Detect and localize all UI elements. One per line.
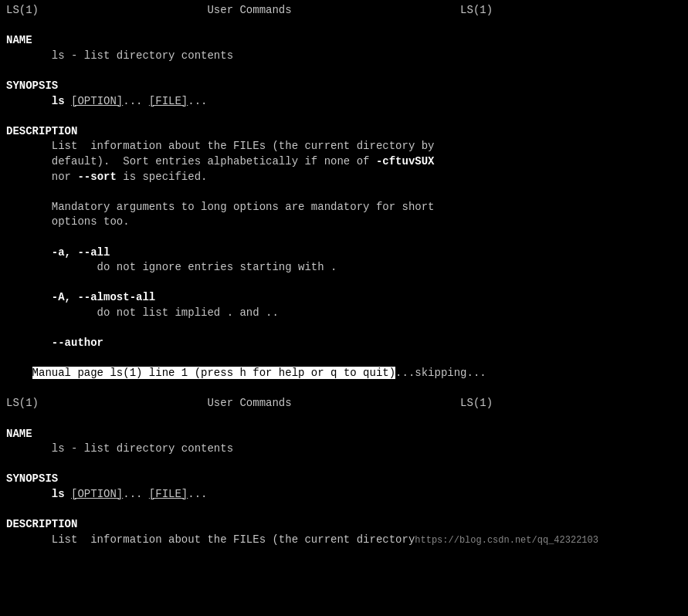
man-page-header-1: LS(1) User Commands LS(1) bbox=[6, 3, 682, 19]
option-a-desc: do not ignore entries starting with . bbox=[6, 260, 682, 276]
desc-line-1: List information about the FILEs (the cu… bbox=[6, 139, 682, 154]
blank-line-9 bbox=[6, 457, 682, 472]
option-A-desc: do not list implied . and .. bbox=[6, 306, 682, 321]
man-page-header-2: LS(1) User Commands LS(1) bbox=[6, 396, 682, 411]
blank-line-4 bbox=[6, 184, 682, 200]
desc-line-3: nor --sort is specified. bbox=[6, 170, 682, 185]
synopsis-content: ls [OPTION]... [FILE]... bbox=[6, 94, 682, 110]
option-author: --author bbox=[6, 336, 682, 351]
option-a: -a, --all bbox=[6, 245, 682, 261]
synopsis-content-2: ls [OPTION]... [FILE]... bbox=[6, 487, 682, 503]
blank-line bbox=[6, 19, 682, 34]
synopsis-section-header: SYNOPSIS bbox=[6, 79, 682, 94]
blank-line-3 bbox=[6, 109, 682, 124]
blank-line-7 bbox=[6, 320, 682, 336]
synopsis-section-header-2: SYNOPSIS bbox=[6, 472, 682, 487]
status-suffix: ...skipping... bbox=[395, 367, 486, 379]
desc2-line-1: List information about the FILEs (the cu… bbox=[6, 533, 682, 548]
name-content-2: ls - list directory contents bbox=[6, 442, 682, 457]
terminal-window: LS(1) User Commands LS(1) NAME ls - list… bbox=[6, 3, 682, 613]
watermark-text: https://blog.csdn.net/qq_42322103 bbox=[415, 535, 598, 546]
desc-line-4: Mandatory arguments to long options are … bbox=[6, 200, 682, 215]
blank-line-8 bbox=[6, 411, 682, 427]
status-bar-line: Manual page ls(1) line 1 (press h for he… bbox=[6, 351, 682, 397]
option-A: -A, --almost-all bbox=[6, 290, 682, 306]
name-section-header: NAME bbox=[6, 33, 682, 49]
name-section-header-2: NAME bbox=[6, 427, 682, 442]
blank-line-5 bbox=[6, 230, 682, 245]
desc-line-5: options too. bbox=[6, 215, 682, 230]
name-content: ls - list directory contents bbox=[6, 49, 682, 64]
blank-line-2 bbox=[6, 63, 682, 79]
blank-line-10 bbox=[6, 503, 682, 518]
blank-line-6 bbox=[6, 276, 682, 291]
description-section-header-2: DESCRIPTION bbox=[6, 517, 682, 533]
desc-line-2: default). Sort entries alphabetically if… bbox=[6, 154, 682, 170]
status-bar-text: Manual page ls(1) line 1 (press h for he… bbox=[32, 367, 395, 379]
description-section-header: DESCRIPTION bbox=[6, 124, 682, 140]
